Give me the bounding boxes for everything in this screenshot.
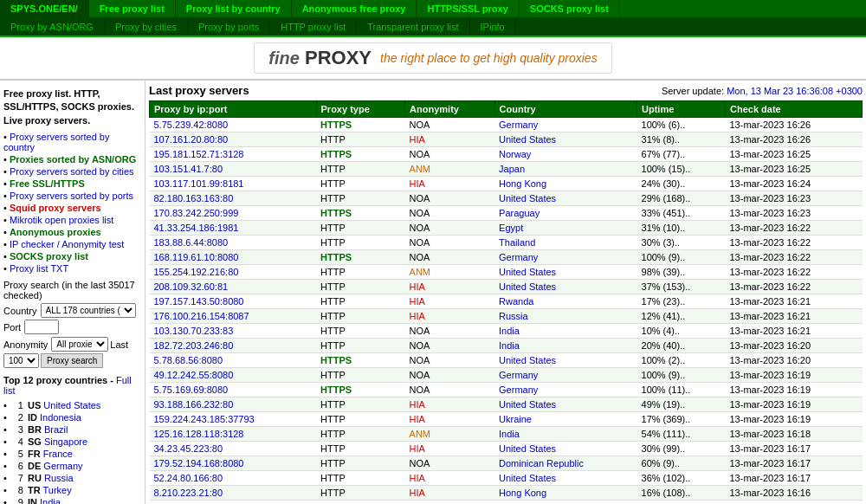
cell-country[interactable]: Japan xyxy=(494,162,637,177)
country-link[interactable]: Rwanda xyxy=(499,296,533,307)
link-anonymous[interactable]: Anonymous proxies xyxy=(10,227,101,237)
country-link[interactable]: Indonesia xyxy=(40,412,81,423)
country-link[interactable]: Paraguay xyxy=(499,208,540,218)
cell-country[interactable]: Germany xyxy=(494,250,637,265)
country-link[interactable]: Russia xyxy=(499,311,528,321)
ip-link[interactable]: 34.23.45.223:80 xyxy=(154,443,223,454)
proxy-search-button[interactable]: Proxy search xyxy=(41,353,103,368)
cell-country[interactable]: United States xyxy=(494,442,637,456)
nav-transparent[interactable]: Transparent proxy list xyxy=(357,18,469,36)
country-link[interactable]: United States xyxy=(499,443,556,454)
cell-country[interactable]: United States xyxy=(494,191,637,206)
link-by-country[interactable]: Proxy servers sorted by country xyxy=(3,132,109,152)
cell-ip[interactable]: 197.157.143.50:8080 xyxy=(150,294,317,309)
country-link[interactable]: Germany xyxy=(499,370,538,380)
link-mikrotik[interactable]: Mikrotik open proxies list xyxy=(10,215,113,225)
cell-country[interactable]: Dominican Republic xyxy=(494,456,637,471)
cell-ip[interactable]: 183.88.6.44:8080 xyxy=(150,236,317,250)
ip-link[interactable]: 195.181.152.71:3128 xyxy=(154,149,244,159)
link-squid[interactable]: Squid proxy servers xyxy=(10,203,101,213)
server-update-time[interactable]: Mon, 13 Mar 23 16:36:08 +0300 xyxy=(727,86,863,96)
last-select[interactable]: 100 xyxy=(3,353,39,368)
cell-ip[interactable]: 159.224.243.185:37793 xyxy=(150,412,317,427)
country-link[interactable]: United States xyxy=(499,281,556,292)
cell-country[interactable]: United States xyxy=(494,397,637,412)
port-input[interactable] xyxy=(24,320,59,334)
ip-link[interactable]: 93.188.166.232:80 xyxy=(154,399,234,410)
cell-ip[interactable]: 103.130.70.233:83 xyxy=(150,324,317,339)
ip-link[interactable]: 170.83.242.250:999 xyxy=(154,208,239,218)
cell-ip[interactable]: 107.161.20.80:80 xyxy=(150,132,317,147)
ip-link[interactable]: 197.157.143.50:8080 xyxy=(154,296,244,307)
country-link[interactable]: United States xyxy=(43,400,100,410)
ip-link[interactable]: 5.78.68.56:8080 xyxy=(154,355,223,365)
link-txt[interactable]: Proxy list TXT xyxy=(10,263,68,274)
ip-link[interactable]: 41.33.254.186:1981 xyxy=(154,223,239,233)
country-link[interactable]: Germany xyxy=(499,252,538,262)
country-link[interactable]: Brazil xyxy=(44,424,68,435)
link-ports[interactable]: Proxy servers sorted by ports xyxy=(10,191,133,201)
country-link[interactable]: United States xyxy=(499,134,556,145)
cell-country[interactable]: Thailand xyxy=(494,236,637,250)
cell-country[interactable]: United States xyxy=(494,353,637,368)
country-link[interactable]: Thailand xyxy=(499,237,535,248)
cell-country[interactable]: India xyxy=(494,427,637,442)
ip-link[interactable]: 103.117.101.99:8181 xyxy=(154,178,244,189)
cell-ip[interactable]: 170.83.242.250:999 xyxy=(150,206,317,221)
ip-link[interactable]: 168.119.61.10:8080 xyxy=(154,252,239,262)
cell-country[interactable]: Hong Kong xyxy=(494,486,637,501)
cell-ip[interactable]: 208.109.32.60:81 xyxy=(150,280,317,294)
cell-ip[interactable]: 49.12.242.55:8080 xyxy=(150,368,317,383)
cell-country[interactable]: India xyxy=(494,339,637,353)
country-link[interactable]: United States xyxy=(499,399,556,410)
ip-link[interactable]: 176.100.216.154:8087 xyxy=(154,311,249,321)
nav-ports[interactable]: Proxy by ports xyxy=(188,18,270,36)
ip-link[interactable]: 82.180.163.163:80 xyxy=(154,193,234,204)
country-link[interactable]: Singapore xyxy=(44,436,87,447)
cell-ip[interactable]: 138.32.101.200:80 xyxy=(150,501,317,505)
country-link[interactable]: Ukraine xyxy=(499,414,532,424)
cell-ip[interactable]: 8.210.223.21:80 xyxy=(150,486,317,501)
country-link[interactable]: United States xyxy=(499,267,556,277)
cell-ip[interactable]: 155.254.192.216:80 xyxy=(150,265,317,280)
ip-link[interactable]: 182.72.203.246:80 xyxy=(154,340,234,351)
ip-link[interactable]: 155.254.192.216:80 xyxy=(154,267,239,277)
ip-link[interactable]: 8.210.223.21:80 xyxy=(154,488,223,498)
country-link[interactable]: India xyxy=(499,429,520,439)
cell-ip[interactable]: 176.100.216.154:8087 xyxy=(150,309,317,324)
ip-link[interactable]: 159.224.243.185:37793 xyxy=(154,414,255,424)
cell-ip[interactable]: 93.188.166.232:80 xyxy=(150,397,317,412)
ip-link[interactable]: 107.161.20.80:80 xyxy=(154,134,229,145)
cell-country[interactable]: Rwanda xyxy=(494,294,637,309)
cell-country[interactable]: United States xyxy=(494,265,637,280)
cell-ip[interactable]: 41.33.254.186:1981 xyxy=(150,221,317,236)
nav-ipinfo[interactable]: IPinfo xyxy=(470,18,516,36)
country-link[interactable]: United States xyxy=(499,193,556,204)
link-socks[interactable]: SOCKS proxy list xyxy=(10,251,88,262)
country-link[interactable]: India xyxy=(40,497,61,504)
ip-link[interactable]: 103.130.70.233:83 xyxy=(154,326,234,336)
nav-https[interactable]: HTTPS/SSL proxy xyxy=(417,0,519,17)
cell-ip[interactable]: 82.180.163.163:80 xyxy=(150,191,317,206)
nav-socks[interactable]: SOCKS proxy list xyxy=(520,0,620,17)
cell-ip[interactable]: 195.181.152.71:3128 xyxy=(150,147,317,162)
link-ip-checker[interactable]: IP checker / Anonymity test xyxy=(10,239,124,249)
cell-country[interactable]: Germany xyxy=(494,383,637,397)
country-link[interactable]: Egypt xyxy=(499,223,523,233)
cell-ip[interactable]: 103.117.101.99:8181 xyxy=(150,177,317,191)
cell-country[interactable]: Germany xyxy=(494,368,637,383)
country-link[interactable]: United States xyxy=(499,355,556,365)
country-link[interactable]: Russia xyxy=(44,473,74,483)
country-link[interactable]: Hong Kong xyxy=(499,488,546,498)
cell-ip[interactable]: 34.23.45.223:80 xyxy=(150,442,317,456)
cell-country[interactable]: Russia xyxy=(494,309,637,324)
ip-link[interactable]: 5.75.169.69:8080 xyxy=(154,384,229,395)
cell-ip[interactable]: 125.16.128.118:3128 xyxy=(150,427,317,442)
cell-country[interactable]: United States xyxy=(494,471,637,486)
ip-link[interactable]: 5.75.239.42:8080 xyxy=(154,120,229,130)
ip-link[interactable]: 179.52.194.168:8080 xyxy=(154,458,244,468)
country-link[interactable]: Japan xyxy=(499,164,525,174)
cell-ip[interactable]: 182.72.203.246:80 xyxy=(150,339,317,353)
country-link[interactable]: Germany xyxy=(499,120,538,130)
country-link[interactable]: India xyxy=(499,340,520,351)
